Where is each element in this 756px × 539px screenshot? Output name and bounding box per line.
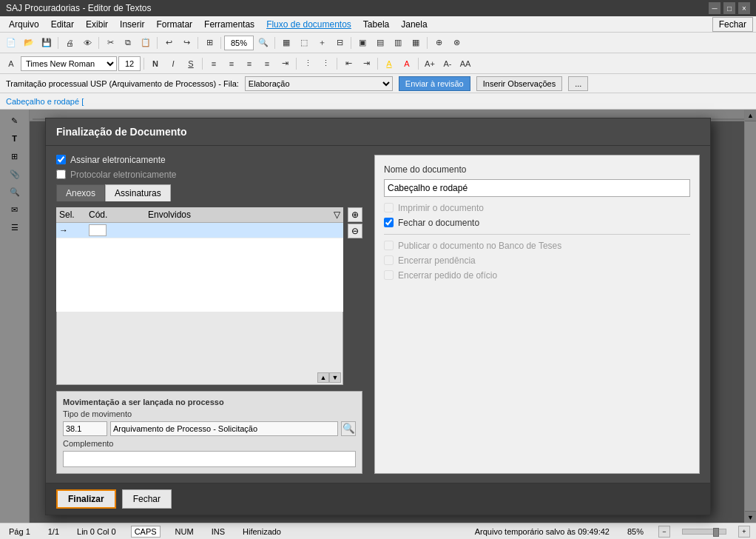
modal-body: Assinar eletronicamente Protocolar eletr… [46,146,710,483]
table-scroll-space [57,312,342,371]
tb2-align-center[interactable]: ≡ [223,56,240,71]
tram-fila-select[interactable]: Elaboração [245,76,393,91]
tb-extra1[interactable]: ⊕ [431,36,447,50]
tb2-color[interactable]: A [399,56,415,71]
modal-title: Finalização de Documento [56,126,187,138]
sep-f6 [418,58,419,70]
tbl-scroll-up[interactable]: ▲ [317,372,329,383]
filter-icon[interactable]: ▽ [334,210,340,220]
tb-cols[interactable]: ▦ [278,36,294,50]
complemento-input[interactable] [63,451,356,467]
tb-undo[interactable]: ↩ [161,36,177,50]
tb2-list-bullet[interactable]: ⋮ [317,56,334,71]
sep-f3 [296,58,297,70]
cb-imprimir-checkbox[interactable] [384,203,394,212]
tb-cut[interactable]: ✂ [102,36,118,50]
tb-table[interactable]: ⊞ [201,36,217,50]
tbl-add-btn[interactable]: ⊕ [348,207,362,222]
zoom-input[interactable] [224,36,254,50]
close-button[interactable]: × [738,2,750,14]
minimize-button[interactable]: ─ [709,2,720,14]
menu-editar[interactable]: Editar [45,18,80,31]
row-cod-input[interactable] [89,224,107,236]
menu-janela[interactable]: Janela [395,18,433,31]
status-lin-col: Lin 0 Col 0 [74,527,119,536]
tb2-italic[interactable]: I [165,56,181,71]
sep7 [351,37,351,49]
fechar-button[interactable]: Fechar [122,489,172,509]
tbl-remove-btn[interactable]: ⊖ [348,224,362,238]
status-zoom-plus[interactable]: + [738,526,750,538]
tb-copy[interactable]: ⧉ [120,36,136,50]
tb-frm2[interactable]: ▤ [372,36,388,50]
font-size-input[interactable] [118,56,141,71]
tb-paste[interactable]: 📋 [138,36,154,50]
tb-preview[interactable]: 👁 [79,36,95,50]
tb-frm1[interactable]: ▣ [354,36,371,50]
tb2-normal[interactable]: N [147,56,163,71]
font-select[interactable]: Times New Roman [21,56,117,71]
cb-publicar-checkbox[interactable] [384,241,394,250]
cb-protocolar-row: Protocolar eletronicamente [56,170,362,180]
tram-revisao-button[interactable]: Enviar à revisão [399,76,470,91]
tb2-indent2[interactable]: ⇥ [358,56,374,71]
menu-bar: Arquivo Editar Exibir Inserir Formatar F… [0,16,756,33]
tb2-highlight[interactable]: A [381,56,397,71]
menu-tabela[interactable]: Tabela [357,18,395,31]
zoom-slider-thumb[interactable] [713,528,719,537]
tb-open[interactable]: 📂 [21,36,37,50]
tipo-search-button[interactable]: 🔍 [341,421,356,436]
tb-more1[interactable]: ⊟ [331,36,348,50]
tb-redo[interactable]: ↪ [178,36,195,50]
tb2-font-dec[interactable]: A- [439,56,456,71]
tram-more-button[interactable]: ... [568,76,588,91]
breadcrumb[interactable]: Cabeçalho e rodapé [ [6,97,84,106]
tb-save[interactable]: 💾 [38,36,55,50]
tb2-list-num[interactable]: ⋮ [300,56,316,71]
cb-encerrar-pendencia-checkbox[interactable] [384,255,394,265]
tab-assinaturas[interactable]: Assinaturas [105,184,171,201]
tb-frm3[interactable]: ▥ [390,36,406,50]
menu-arquivo[interactable]: Arquivo [3,18,45,31]
cb-fechar-checkbox[interactable] [384,218,394,227]
tb-zoom-search[interactable]: 🔍 [255,36,271,50]
tb2-align-right[interactable]: ≡ [241,56,257,71]
col-sel-header: Sel. [59,210,89,220]
sep6 [274,37,275,49]
menu-close-button[interactable]: Fechar [712,17,753,32]
tb2-align-left[interactable]: ≡ [206,56,222,71]
tb-plus[interactable]: ＋ [314,36,330,50]
tipo-desc-input[interactable] [110,421,338,436]
status-zoom-minus[interactable]: − [658,526,670,538]
tb2-style[interactable]: A [3,56,19,71]
tram-observacoes-button[interactable]: Inserir Observações [476,76,562,91]
tb2-underline[interactable]: S [183,56,199,71]
doc-name-input[interactable] [384,179,690,197]
tb-new[interactable]: 📄 [3,36,19,50]
tb2-font-inc[interactable]: A+ [422,56,438,71]
row-arrow: → [59,225,89,235]
tb2-caps[interactable]: AA [457,56,473,71]
cb-assinar-checkbox[interactable] [56,155,66,164]
zoom-slider[interactable] [682,529,726,535]
menu-ferramentas[interactable]: Ferramentas [198,18,260,31]
menu-inserir[interactable]: Inserir [114,18,150,31]
tbl-scroll-down[interactable]: ▼ [329,372,341,383]
cb-protocolar-checkbox[interactable] [56,170,66,179]
tb2-indent[interactable]: ⇥ [277,56,293,71]
menu-formatar[interactable]: Formatar [150,18,198,31]
tb-insert-table[interactable]: ⬚ [296,36,312,50]
menu-exibir[interactable]: Exibir [80,18,114,31]
finalizar-button[interactable]: Finalizar [56,489,116,509]
tb-frm4[interactable]: ▦ [408,36,424,50]
cb-imprimir-label: Imprimir o documento [398,203,484,213]
tb-print[interactable]: 🖨 [61,36,78,50]
tipo-cod-input[interactable] [63,421,107,436]
tab-anexos[interactable]: Anexos [56,184,105,201]
maximize-button[interactable]: □ [723,2,735,14]
menu-fluxo[interactable]: Fluxo de documentos [260,18,357,31]
tb-extra2[interactable]: ⊗ [448,36,465,50]
tb2-align-justify[interactable]: ≡ [259,56,275,71]
tb2-outdent[interactable]: ⇤ [340,56,357,71]
cb-encerrar-oficio-checkbox[interactable] [384,270,394,280]
